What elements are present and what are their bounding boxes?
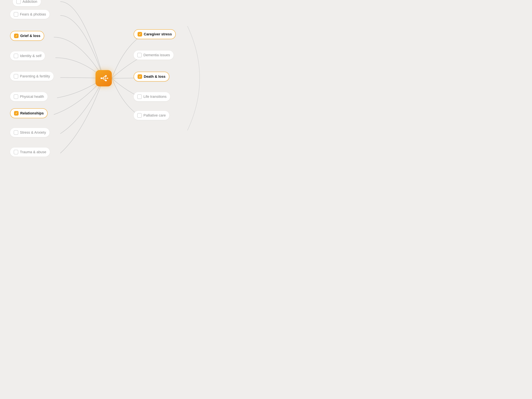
node-caregiver-stress[interactable]: Caregiver stress [134,29,176,39]
node-relationships[interactable]: Relationships [10,108,48,118]
checkbox-addiction[interactable] [16,0,21,4]
label-physical-health: Physical health [20,95,44,99]
node-physical-health[interactable]: Physical health [10,92,48,101]
checkbox-stress-anxiety[interactable] [14,130,18,135]
label-caregiver-stress: Caregiver stress [144,32,172,36]
label-trauma-abuse: Trauma & abuse [20,150,46,154]
node-dementia-issues[interactable]: Dementia issues [134,51,174,60]
node-trauma-abuse[interactable]: Trauma & abuse [10,147,50,157]
checkbox-palliative-care[interactable] [137,113,142,118]
label-life-transitions: Life transitions [143,95,167,99]
checkbox-physical-health[interactable] [14,94,18,99]
label-identity-self: Identity & self [20,54,41,58]
checkbox-relationships[interactable] [14,111,19,115]
node-identity-self[interactable]: Identity & self [10,51,45,60]
node-life-transitions[interactable]: Life transitions [134,92,170,101]
label-fears-phobias: Fears & phobias [20,12,46,16]
node-stress-anxiety[interactable]: Stress & Anxiety [10,128,50,137]
label-death-loss: Death & loss [144,75,165,79]
node-fears-phobias[interactable]: Fears & phobias [10,10,50,19]
checkbox-dementia-issues[interactable] [137,53,142,57]
checkbox-grief-loss[interactable] [14,34,19,38]
mind-map-canvas: Addiction Fears & phobias Grief & loss I… [0,0,207,157]
checkbox-identity-self[interactable] [14,54,18,58]
node-death-loss[interactable]: Death & loss [134,72,169,82]
label-grief-loss: Grief & loss [20,34,40,38]
checkbox-fears-phobias[interactable] [14,12,18,17]
checkbox-death-loss[interactable] [138,74,142,79]
hub-icon[interactable] [95,70,112,86]
svg-point-1 [105,75,107,77]
node-addiction[interactable]: Addiction [13,0,41,6]
checkbox-caregiver-stress[interactable] [138,32,142,37]
checkbox-parenting-fertility[interactable] [14,74,18,79]
label-stress-anxiety: Stress & Anxiety [20,130,46,135]
label-parenting-fertility: Parenting & fertility [20,74,50,78]
checkbox-life-transitions[interactable] [137,94,142,99]
checkbox-trauma-abuse[interactable] [14,150,18,154]
label-dementia-issues: Dementia issues [143,53,170,57]
label-addiction: Addiction [23,0,37,4]
hub-svg-icon [99,74,108,83]
node-palliative-care[interactable]: Palliative care [134,111,169,120]
svg-point-2 [105,80,107,81]
node-grief-loss[interactable]: Grief & loss [10,31,44,41]
svg-point-3 [103,78,104,79]
label-palliative-care: Palliative care [143,113,166,118]
node-parenting-fertility[interactable]: Parenting & fertility [10,72,54,81]
label-relationships: Relationships [20,111,44,115]
svg-point-0 [101,77,102,79]
